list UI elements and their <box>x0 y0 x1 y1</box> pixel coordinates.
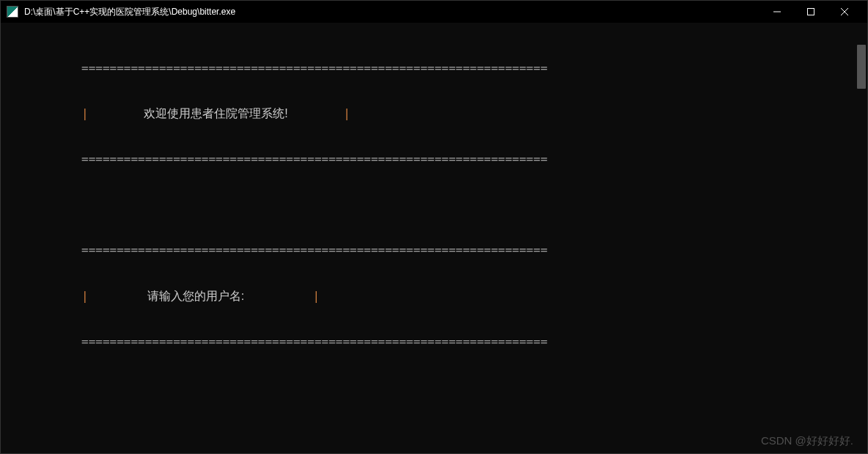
divider-line: ========================================… <box>1 152 867 167</box>
window-controls <box>760 1 861 23</box>
box-side: | <box>312 289 320 303</box>
console-text: ========================================… <box>1 30 867 381</box>
scrollbar-thumb[interactable] <box>857 45 866 89</box>
window-title: D:\桌面\基于C++实现的医院管理系统\Debug\bitter.exe <box>24 6 760 18</box>
box-side: | <box>81 106 89 120</box>
maximize-button[interactable] <box>794 1 828 23</box>
svg-rect-1 <box>808 9 814 15</box>
username-prompt: 请输入您的用户名: <box>89 290 313 302</box>
welcome-message: 欢迎使用患者住院管理系统! <box>89 107 344 120</box>
divider-line: ========================================… <box>1 334 867 350</box>
divider-line: ========================================… <box>1 243 867 258</box>
titlebar[interactable]: D:\桌面\基于C++实现的医院管理系统\Debug\bitter.exe <box>1 1 867 23</box>
box-side: | <box>81 289 89 303</box>
app-icon <box>7 6 18 18</box>
divider-line: ========================================… <box>1 61 867 76</box>
box-side: | <box>343 106 350 120</box>
console-window: D:\桌面\基于C++实现的医院管理系统\Debug\bitter.exe ==… <box>0 0 868 454</box>
minimize-button[interactable] <box>760 1 794 23</box>
close-button[interactable] <box>828 1 861 23</box>
console-output[interactable]: ========================================… <box>1 23 867 453</box>
